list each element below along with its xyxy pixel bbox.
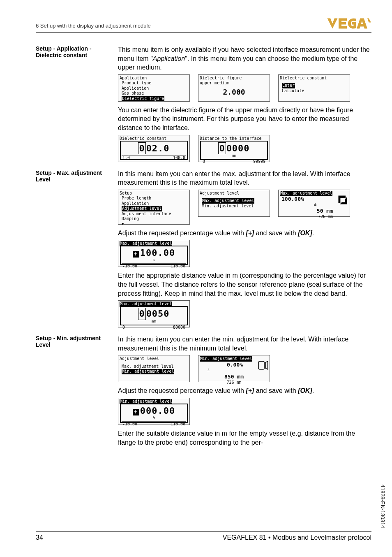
lcd-min2-val: +000.00 xyxy=(122,405,186,417)
lcd-adj2-i2: Min. adjustment level xyxy=(122,369,174,374)
lcd-max3-unit: mm xyxy=(122,319,186,324)
lcd-min2-lo: -10.00 xyxy=(122,422,137,427)
knob-icon xyxy=(337,194,348,206)
lcd-df-sub: upper medium xyxy=(200,81,268,86)
footer-product: VEGAFLEX 81 • Modbus and Levelmaster pro… xyxy=(223,534,371,541)
lcd-df-title: Dielectric figure xyxy=(200,76,268,81)
doc-id: 41828-EN-130314 xyxy=(380,485,386,528)
lcd-setup-i4: Adjustment interface xyxy=(120,211,188,217)
vega-logo xyxy=(326,16,371,31)
sec2-p1: In this menu item you can enter the max.… xyxy=(118,169,371,187)
lcd-max-adj: Max. adjustment level 100.00% ≙ 50 mm 72… xyxy=(278,190,350,217)
lcd-min-adj: Min. adjustment level 0.00% ≙ 850 mm 726… xyxy=(198,355,270,382)
sec3-p3: Enter the suitable distance value in m f… xyxy=(118,429,371,447)
lcd-dc2-hi: 100.0 xyxy=(173,155,185,161)
lcd-distance-interface: Distance to the interface 00000 mm 09999… xyxy=(198,135,270,162)
lcd-adjustment-level-2: Adjustment level Max. adjustment level M… xyxy=(118,355,190,382)
lcd-max3-hi: 80000 xyxy=(173,325,185,330)
lcd-max2-lo: -10.00 xyxy=(122,264,137,269)
lcd-app-title: Application xyxy=(120,76,188,81)
knob-icon xyxy=(257,360,268,371)
lcd-dc-i1: Enter xyxy=(282,83,295,88)
lcd-max-adj-dist: Max. adjustment level 00050 mm 080000 xyxy=(118,300,190,327)
lcd-app-i3: Gas phase xyxy=(120,91,188,96)
section-title-min-adj: Setup - Min. adjustment Level xyxy=(36,335,118,449)
lcd-app-i4: Dielectric figure xyxy=(122,96,164,102)
lcd-dc-i2: Calculate xyxy=(280,88,348,94)
sec1-p1i: Application xyxy=(153,55,185,62)
lcd-dist-unit: mm xyxy=(202,153,266,158)
lcd-app-i2: Application xyxy=(120,86,188,91)
section-title-dielectric: Setup - Application - Dielectric constan… xyxy=(36,45,118,166)
lcd-setup: Setup Probe length Application Adjustmen… xyxy=(118,190,190,225)
lcd-setup-i2: Application xyxy=(120,201,188,207)
lcd-adj2-i1: Max. adjustment level xyxy=(120,364,188,369)
plus-icon: + xyxy=(133,251,139,258)
lcd-dc2-lo: 1.0 xyxy=(122,155,130,161)
lcd-setup-title: Setup xyxy=(120,191,188,196)
lcd-max2-unit: % xyxy=(122,258,186,262)
lcd-min-title: Min. adjustment level xyxy=(200,356,252,362)
lcd-setup-i1: Probe length xyxy=(120,196,188,201)
lcd-adj-i2: Min. adjustment level xyxy=(200,204,268,209)
lcd-app-i1: Product type xyxy=(120,81,188,86)
svg-rect-0 xyxy=(258,362,264,370)
sec2-p3: Enter the appropriate distance value in … xyxy=(118,271,371,298)
page-number: 34 xyxy=(36,534,43,541)
lcd-adj-title: Adjustment level xyxy=(200,191,268,196)
lcd-max-adj-entry: Max. adjustment level +100.00 % -10.0011… xyxy=(118,240,190,267)
lcd-min2-hi: 110.00 xyxy=(171,422,185,427)
lcd-max2-val: +100.00 xyxy=(122,247,186,259)
sec2-p2: Adjust the requested percentage value wi… xyxy=(118,229,371,238)
sec1-p2: You can enter the dielectric figure of t… xyxy=(118,106,371,132)
lcd-dist-lo: 0 xyxy=(203,159,205,165)
plus-icon: + xyxy=(133,409,139,415)
arrow-down-icon: ▼ xyxy=(120,222,188,226)
lcd-max3-val: 00050 xyxy=(122,308,186,320)
lcd-adj2-title: Adjustment level xyxy=(120,356,188,362)
lcd-min2-unit: % xyxy=(122,415,186,420)
lcd-max-title: Max. adjustment level xyxy=(280,191,332,196)
lcd-dielectric-constant: Dielectric constant Enter Calculate xyxy=(278,74,350,102)
header-section: 6 Set up with the display and adjustment… xyxy=(36,23,151,29)
lcd-max3-lo: 0 xyxy=(122,325,125,330)
lcd-dist-hi: 99999 xyxy=(253,159,265,165)
footer-rule xyxy=(36,531,371,531)
sec3-p2: Adjust the requested percentage value wi… xyxy=(118,386,371,395)
sec1-p1: This menu item is only available if you … xyxy=(118,45,371,72)
sec3-p1: In this menu item you can enter the min.… xyxy=(118,335,371,353)
section-title-max-adj: Setup - Max. adjustment Level xyxy=(36,169,118,332)
lcd-dc-entry: Dielectric constant 002.0 1.0100.0 xyxy=(118,135,190,162)
lcd-adjustment-level: Adjustment level Max. adjustment level M… xyxy=(198,190,270,217)
lcd-adj-i1: Max. adjustment level xyxy=(202,198,254,204)
marker-icon: ≙ xyxy=(314,203,316,207)
lcd-dist-val: 00000 xyxy=(202,142,266,155)
lcd-min-adj-entry: Min. adjustment level +000.00 % -10.0011… xyxy=(118,398,190,425)
lcd-df-val: 2.000 xyxy=(200,88,268,97)
lcd-min-d1: 850 mm xyxy=(200,374,268,380)
lcd-min-d2: 726 mm xyxy=(200,380,268,385)
lcd-dc-title: Dielectric constant xyxy=(280,76,348,81)
header-rule xyxy=(36,32,371,32)
lcd-max-d2: 726 mm xyxy=(280,214,348,220)
lcd-setup-i5: Damping xyxy=(120,216,188,222)
lcd-max-d1: 50 mm xyxy=(280,208,348,214)
lcd-application: Application Product type Application Gas… xyxy=(118,74,190,102)
lcd-dc2-val: 002.0 xyxy=(122,142,186,155)
lcd-max2-hi: 110.00 xyxy=(171,264,185,269)
lcd-setup-i3: Adjustment level xyxy=(122,206,162,211)
marker-icon: ≙ xyxy=(207,368,210,373)
lcd-dielectric-figure: Dielectric figure upper medium 2.000 xyxy=(198,74,270,102)
